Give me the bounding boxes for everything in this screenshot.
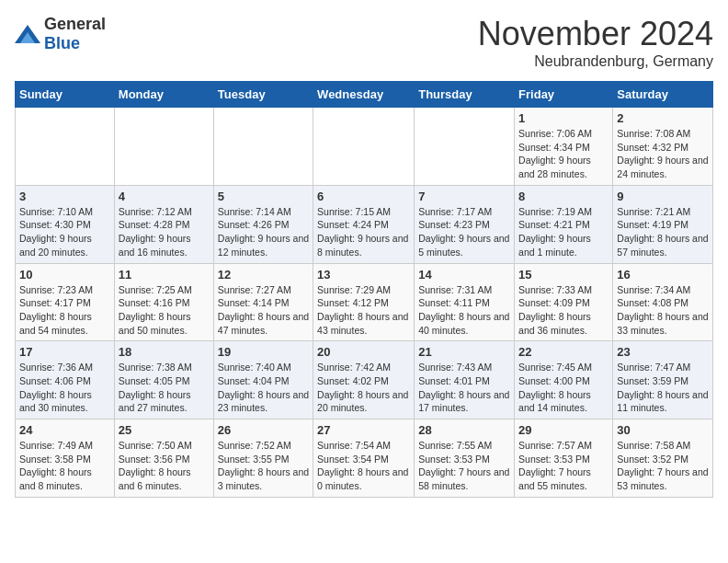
day-info: Sunrise: 7:54 AM Sunset: 3:54 PM Dayligh… — [317, 439, 410, 493]
logo: General Blue — [15, 15, 106, 53]
calendar-cell — [313, 108, 415, 186]
day-number: 1 — [518, 111, 609, 125]
day-info: Sunrise: 7:52 AM Sunset: 3:55 PM Dayligh… — [218, 439, 309, 493]
day-number: 26 — [218, 423, 309, 437]
calendar-cell: 6Sunrise: 7:15 AM Sunset: 4:24 PM Daylig… — [313, 185, 415, 263]
col-header-saturday: Saturday — [613, 82, 713, 108]
calendar-cell: 7Sunrise: 7:17 AM Sunset: 4:23 PM Daylig… — [415, 185, 515, 263]
col-header-monday: Monday — [114, 82, 213, 108]
day-info: Sunrise: 7:14 AM Sunset: 4:26 PM Dayligh… — [218, 205, 309, 259]
day-info: Sunrise: 7:38 AM Sunset: 4:05 PM Dayligh… — [119, 361, 210, 415]
day-number: 2 — [617, 111, 709, 125]
calendar-cell: 8Sunrise: 7:19 AM Sunset: 4:21 PM Daylig… — [515, 185, 613, 263]
calendar-cell: 12Sunrise: 7:27 AM Sunset: 4:14 PM Dayli… — [213, 263, 313, 341]
calendar-cell: 23Sunrise: 7:47 AM Sunset: 3:59 PM Dayli… — [613, 341, 713, 419]
calendar-cell: 29Sunrise: 7:57 AM Sunset: 3:53 PM Dayli… — [515, 419, 613, 498]
header: General Blue November 2024 Neubrandenbur… — [15, 15, 713, 70]
day-number: 19 — [218, 345, 309, 359]
day-info: Sunrise: 7:43 AM Sunset: 4:01 PM Dayligh… — [418, 361, 510, 415]
calendar-cell: 5Sunrise: 7:14 AM Sunset: 4:26 PM Daylig… — [213, 185, 313, 263]
calendar-cell: 1Sunrise: 7:06 AM Sunset: 4:34 PM Daylig… — [515, 108, 613, 186]
day-info: Sunrise: 7:57 AM Sunset: 3:53 PM Dayligh… — [518, 439, 609, 493]
day-number: 22 — [518, 345, 609, 359]
week-row: 3Sunrise: 7:10 AM Sunset: 4:30 PM Daylig… — [16, 185, 713, 263]
calendar-cell: 2Sunrise: 7:08 AM Sunset: 4:32 PM Daylig… — [613, 108, 713, 186]
day-info: Sunrise: 7:49 AM Sunset: 3:58 PM Dayligh… — [19, 439, 110, 493]
day-number: 29 — [518, 423, 609, 437]
calendar-cell: 3Sunrise: 7:10 AM Sunset: 4:30 PM Daylig… — [16, 185, 115, 263]
calendar-cell: 27Sunrise: 7:54 AM Sunset: 3:54 PM Dayli… — [313, 419, 415, 498]
location-title: Neubrandenburg, Germany — [478, 53, 713, 70]
calendar-cell: 28Sunrise: 7:55 AM Sunset: 3:53 PM Dayli… — [415, 419, 515, 498]
day-info: Sunrise: 7:34 AM Sunset: 4:08 PM Dayligh… — [617, 283, 709, 338]
day-info: Sunrise: 7:55 AM Sunset: 3:53 PM Dayligh… — [418, 439, 510, 493]
calendar-cell: 21Sunrise: 7:43 AM Sunset: 4:01 PM Dayli… — [415, 341, 515, 419]
calendar-cell: 4Sunrise: 7:12 AM Sunset: 4:28 PM Daylig… — [114, 185, 213, 263]
week-row: 1Sunrise: 7:06 AM Sunset: 4:34 PM Daylig… — [16, 108, 713, 186]
calendar-cell — [16, 108, 115, 186]
col-header-friday: Friday — [515, 82, 613, 108]
calendar-cell — [213, 108, 313, 186]
col-header-tuesday: Tuesday — [213, 82, 313, 108]
logo-text-blue: Blue — [44, 34, 80, 52]
calendar-cell: 16Sunrise: 7:34 AM Sunset: 4:08 PM Dayli… — [613, 263, 713, 341]
calendar-cell: 22Sunrise: 7:45 AM Sunset: 4:00 PM Dayli… — [515, 341, 613, 419]
title-area: November 2024 Neubrandenburg, Germany — [478, 15, 713, 70]
logo-icon — [15, 25, 40, 43]
day-number: 5 — [218, 190, 309, 203]
week-row: 24Sunrise: 7:49 AM Sunset: 3:58 PM Dayli… — [16, 419, 713, 498]
day-info: Sunrise: 7:06 AM Sunset: 4:34 PM Dayligh… — [518, 127, 609, 181]
day-info: Sunrise: 7:33 AM Sunset: 4:09 PM Dayligh… — [518, 283, 609, 338]
day-number: 20 — [317, 345, 410, 359]
day-number: 6 — [317, 190, 410, 203]
day-number: 8 — [518, 190, 609, 203]
day-number: 30 — [617, 423, 709, 437]
col-header-wednesday: Wednesday — [313, 82, 415, 108]
day-number: 7 — [418, 190, 510, 203]
calendar-cell: 15Sunrise: 7:33 AM Sunset: 4:09 PM Dayli… — [515, 263, 613, 341]
day-number: 23 — [617, 345, 709, 359]
day-info: Sunrise: 7:08 AM Sunset: 4:32 PM Dayligh… — [617, 127, 709, 181]
day-info: Sunrise: 7:36 AM Sunset: 4:06 PM Dayligh… — [19, 361, 110, 415]
day-number: 10 — [19, 268, 110, 282]
day-number: 25 — [119, 423, 210, 437]
week-row: 17Sunrise: 7:36 AM Sunset: 4:06 PM Dayli… — [16, 341, 713, 419]
logo-text-general: General — [44, 15, 106, 33]
day-number: 11 — [119, 268, 210, 282]
day-info: Sunrise: 7:47 AM Sunset: 3:59 PM Dayligh… — [617, 361, 709, 415]
day-info: Sunrise: 7:40 AM Sunset: 4:04 PM Dayligh… — [218, 361, 309, 415]
calendar-cell — [114, 108, 213, 186]
day-number: 24 — [19, 423, 110, 437]
day-info: Sunrise: 7:50 AM Sunset: 3:56 PM Dayligh… — [119, 439, 210, 493]
day-info: Sunrise: 7:17 AM Sunset: 4:23 PM Dayligh… — [418, 205, 510, 259]
day-number: 15 — [518, 268, 609, 282]
calendar-cell: 9Sunrise: 7:21 AM Sunset: 4:19 PM Daylig… — [613, 185, 713, 263]
calendar-table: SundayMondayTuesdayWednesdayThursdayFrid… — [15, 81, 713, 498]
day-number: 16 — [617, 268, 709, 282]
day-number: 28 — [418, 423, 510, 437]
col-header-sunday: Sunday — [16, 82, 115, 108]
calendar-cell: 25Sunrise: 7:50 AM Sunset: 3:56 PM Dayli… — [114, 419, 213, 498]
day-number: 3 — [19, 190, 110, 203]
day-info: Sunrise: 7:23 AM Sunset: 4:17 PM Dayligh… — [19, 283, 110, 338]
calendar-cell: 18Sunrise: 7:38 AM Sunset: 4:05 PM Dayli… — [114, 341, 213, 419]
day-number: 14 — [418, 268, 510, 282]
day-info: Sunrise: 7:42 AM Sunset: 4:02 PM Dayligh… — [317, 361, 410, 415]
col-header-thursday: Thursday — [415, 82, 515, 108]
calendar-cell: 10Sunrise: 7:23 AM Sunset: 4:17 PM Dayli… — [16, 263, 115, 341]
day-number: 18 — [119, 345, 210, 359]
calendar-cell: 17Sunrise: 7:36 AM Sunset: 4:06 PM Dayli… — [16, 341, 115, 419]
calendar-cell: 24Sunrise: 7:49 AM Sunset: 3:58 PM Dayli… — [16, 419, 115, 498]
day-number: 9 — [617, 190, 709, 203]
calendar-cell: 20Sunrise: 7:42 AM Sunset: 4:02 PM Dayli… — [313, 341, 415, 419]
day-number: 12 — [218, 268, 309, 282]
calendar-cell: 13Sunrise: 7:29 AM Sunset: 4:12 PM Dayli… — [313, 263, 415, 341]
calendar-cell: 26Sunrise: 7:52 AM Sunset: 3:55 PM Dayli… — [213, 419, 313, 498]
day-info: Sunrise: 7:12 AM Sunset: 4:28 PM Dayligh… — [119, 205, 210, 259]
day-info: Sunrise: 7:27 AM Sunset: 4:14 PM Dayligh… — [218, 283, 309, 338]
month-title: November 2024 — [478, 15, 713, 53]
day-info: Sunrise: 7:29 AM Sunset: 4:12 PM Dayligh… — [317, 283, 410, 338]
week-row: 10Sunrise: 7:23 AM Sunset: 4:17 PM Dayli… — [16, 263, 713, 341]
calendar-cell — [415, 108, 515, 186]
day-info: Sunrise: 7:31 AM Sunset: 4:11 PM Dayligh… — [418, 283, 510, 338]
